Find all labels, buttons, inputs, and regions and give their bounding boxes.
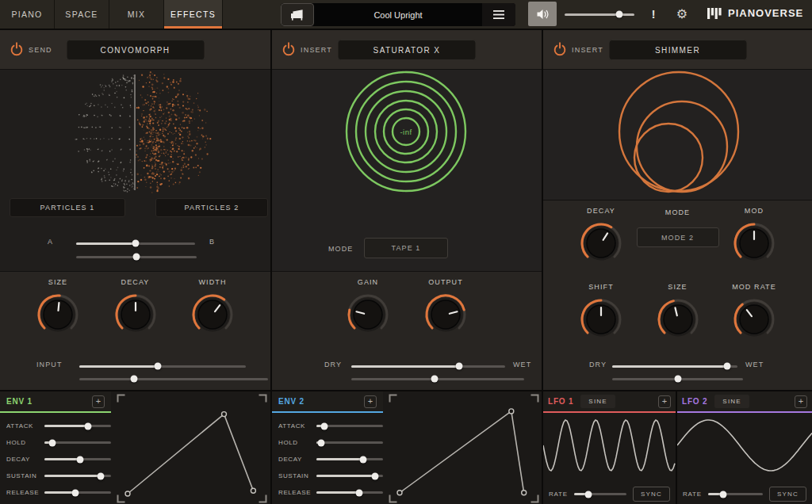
lfo1-block: LFO 1 SINE + RATE SYNC [543, 391, 676, 504]
output-knob[interactable] [423, 292, 469, 338]
lfo2-name: LFO 2 [682, 397, 707, 406]
convomorph-controls: SIZE DECAY WIDTH INPUT [0, 271, 270, 390]
saturator-mode-select[interactable]: TAPE 1 [364, 238, 448, 258]
saturator-viz-area: -inf MODE TAPE 1 [272, 70, 542, 271]
env2-hold-slider[interactable] [316, 439, 383, 447]
gain-knob[interactable] [345, 292, 391, 338]
particles-2-button[interactable]: PARTICLES 2 [155, 198, 268, 217]
lfo1-add-button[interactable]: + [658, 395, 671, 408]
env2-sustain-label: SUSTAIN [278, 472, 316, 479]
convomorph-panel: SEND CONVOMORPH PARTICLES 1 PARTICLES 2 … [0, 30, 270, 504]
env2-decay-label: DECAY [278, 456, 316, 463]
particles-1-button[interactable]: PARTICLES 1 [10, 198, 125, 217]
lfo2-sync-button[interactable]: SYNC [769, 487, 806, 502]
shimmer-mode-select[interactable]: MODE 2 [637, 227, 719, 247]
saturator-panel: INSERT SATURATOR X -inf MODE TAPE 1 GAIN [272, 30, 542, 504]
env1-attack-label: ATTACK [6, 422, 44, 430]
env1-section: ENV 1 + ATTACK HOLD DECAY SUSTAIN RELEAS… [0, 390, 270, 504]
env1-sustain-slider[interactable] [44, 472, 111, 480]
volume-button[interactable] [528, 2, 557, 26]
env1-sliders: ATTACK HOLD DECAY SUSTAIN RELEASE [0, 418, 115, 501]
saturator-drywet-slider[interactable] [351, 362, 505, 370]
convomorph-name-button[interactable]: CONVOMORPH [66, 40, 205, 60]
preset-selector[interactable]: Cool Upright [281, 3, 515, 26]
piano-keys-icon [707, 8, 722, 19]
tab-mix[interactable]: MIX [109, 0, 164, 29]
shimmer-decay-knob[interactable] [578, 220, 624, 266]
convomorph-power-button[interactable] [8, 41, 25, 59]
hamburger-icon [493, 10, 504, 19]
env2-release-slider[interactable] [316, 489, 383, 497]
shimmer-drywet-balance-slider[interactable] [612, 375, 743, 383]
morph-slider[interactable] [76, 239, 195, 247]
env2-section: ENV 2 + ATTACK HOLD DECAY SUSTAIN RELEAS… [272, 390, 542, 504]
tab-piano[interactable]: PIANO [0, 0, 55, 29]
env1-release-slider[interactable] [44, 489, 111, 497]
shimmer-wet-label: WET [745, 361, 764, 368]
env1-add-button[interactable]: + [92, 395, 105, 408]
shimmer-power-button[interactable] [551, 41, 569, 59]
tab-space[interactable]: SPACE [55, 0, 109, 29]
saturator-mode-label: MODE [328, 245, 353, 253]
output-knob-group: OUTPUT [423, 278, 469, 338]
lfo2-header: LFO 2 SINE + [677, 391, 812, 411]
gear-icon: ⚙ [676, 7, 688, 21]
input-slider[interactable] [79, 362, 246, 370]
shimmer-drywet-slider[interactable] [612, 362, 737, 370]
lfo2-wave [677, 413, 812, 478]
env2-sustain-slider[interactable] [316, 472, 383, 480]
env2-graph[interactable] [388, 393, 540, 504]
power-icon [553, 42, 567, 56]
env2-header: ENV 2 + [272, 391, 383, 411]
env1-graph[interactable] [116, 393, 268, 504]
grand-piano-icon-button[interactable] [281, 3, 314, 26]
lfo1-sync-button[interactable]: SYNC [633, 487, 670, 502]
saturator-slot-label: INSERT [301, 46, 332, 54]
logo-text: PIANOVERSE [728, 7, 803, 19]
env1-release-label: RELEASE [6, 489, 44, 496]
shimmer-size-knob-group: SIZE [655, 283, 701, 342]
morph-balance-slider[interactable] [76, 253, 197, 261]
preset-menu-button[interactable] [482, 3, 515, 26]
mod-rate-knob[interactable] [731, 296, 777, 342]
lfo1-name: LFO 1 [548, 397, 573, 406]
shimmer-size-knob[interactable] [655, 296, 701, 342]
lfo1-rate-slider[interactable] [574, 491, 626, 498]
input-balance-slider[interactable] [79, 375, 268, 383]
lfo2-add-button[interactable]: + [795, 395, 807, 408]
env2-attack-slider[interactable] [316, 422, 383, 430]
settings-button[interactable]: ⚙ [672, 5, 691, 24]
pianoverse-app: PIANO SPACE MIX EFFECTS Cool Upright [0, 0, 812, 504]
volume-slider[interactable] [565, 10, 634, 18]
env1-hold-slider[interactable] [44, 439, 111, 447]
mod-knob[interactable] [731, 220, 777, 266]
env2-decay-slider[interactable] [316, 456, 383, 464]
lfo1-wave [543, 413, 676, 478]
env1-decay-slider[interactable] [44, 456, 111, 464]
env1-attack-slider[interactable] [44, 422, 111, 430]
shimmer-mode-group: MODE MODE 2 [637, 207, 719, 266]
shimmer-slot-label: INSERT [572, 46, 603, 54]
lfo1-rate-row: RATE SYNC [543, 487, 676, 502]
shift-knob[interactable] [578, 296, 624, 342]
width-knob[interactable] [190, 292, 236, 338]
size-knob[interactable] [35, 292, 81, 338]
lfo2-wave-select[interactable]: SINE [714, 395, 749, 408]
alert-button[interactable]: ! [645, 6, 661, 23]
tab-effects[interactable]: EFFECTS [164, 0, 223, 29]
lfo2-rate-slider[interactable] [708, 491, 763, 498]
shimmer-header: INSERT SHIMMER [543, 30, 812, 70]
lfo1-wave-select[interactable]: SINE [580, 395, 615, 408]
env1-sustain-label: SUSTAIN [6, 472, 44, 479]
shimmer-name-button[interactable]: SHIMMER [608, 40, 747, 60]
saturator-drywet-balance-slider[interactable] [351, 375, 524, 383]
morph-b-label: B [209, 238, 215, 246]
decay-knob[interactable] [113, 292, 159, 338]
env2-add-button[interactable]: + [364, 395, 377, 408]
saturator-dry-label: DRY [324, 361, 342, 368]
saturator-power-button[interactable] [280, 41, 297, 59]
env1-hold-label: HOLD [6, 439, 44, 446]
convomorph-width-knob-group: WIDTH [190, 278, 236, 338]
preset-name: Cool Upright [314, 3, 482, 26]
saturator-name-button[interactable]: SATURATOR X [338, 40, 477, 60]
